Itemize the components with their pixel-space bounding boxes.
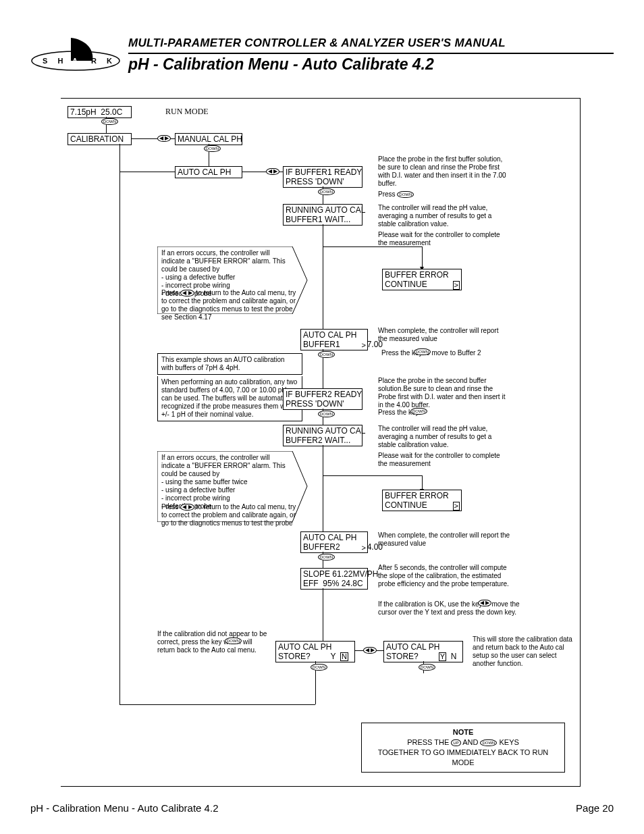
header-rule bbox=[128, 53, 614, 54]
text-complete1: When complete, the controller will repor… bbox=[378, 327, 510, 343]
text-read-avg2: The controller will read the pH value, a… bbox=[378, 425, 510, 449]
manual-title: MULTI-PARAMETER CONTROLLER & ANALYZER US… bbox=[128, 36, 614, 50]
down-key-icon: DOWN bbox=[419, 664, 435, 671]
screen-calibration: CALIBRATION bbox=[68, 133, 132, 145]
svg-text:R K: R K bbox=[91, 57, 116, 65]
page-footer: pH - Calibration Menu - Auto Calibrate 4… bbox=[30, 802, 614, 814]
left-right-key-icon: ◀ ▶ bbox=[266, 168, 279, 175]
note-any-two: When performing an auto calibration, any… bbox=[157, 376, 302, 421]
text-press: Press DOWN bbox=[378, 190, 510, 199]
flow-diagram: 7.15pH 25.0C RUN MODE DOWN CALIBRATION ◀… bbox=[61, 98, 581, 787]
screen-buffer-error1: BUFFER ERROR CONTINUE> bbox=[382, 269, 462, 290]
left-right-key-icon: ◀ ▶ bbox=[478, 600, 491, 606]
up-key-icon: UP bbox=[451, 739, 460, 746]
note-title: NOTE bbox=[369, 727, 558, 737]
text-wait2: Please wait for the controller to comple… bbox=[378, 452, 510, 468]
text-place-buffer1: Place the probe in the first buffer solu… bbox=[378, 155, 510, 188]
down-key-icon: DOWN bbox=[225, 637, 242, 644]
svg-text:S H: S H bbox=[43, 57, 67, 65]
text-press-2: Press the keyDOWN bbox=[378, 409, 510, 417]
footer-right: Page 20 bbox=[576, 802, 614, 814]
left-right-key-icon: ◀ ▶ bbox=[363, 647, 377, 654]
footer-left: pH - Calibration Menu - Auto Calibrate 4… bbox=[30, 802, 218, 814]
screen-store-right: AUTO CAL PH STORE? Y N bbox=[383, 641, 463, 662]
down-key-icon: DOWN bbox=[318, 351, 335, 358]
screen-buffer2-value: AUTO CAL PH BUFFER2 4.00> bbox=[300, 531, 368, 553]
text-not-correct: If the calibration did not appear to be … bbox=[157, 630, 269, 654]
note-example: This example shows an AUTO calibration w… bbox=[157, 353, 302, 375]
text-after5: After 5 seconds, the controller will com… bbox=[378, 564, 510, 588]
text-wait1: Please wait for the controller to comple… bbox=[378, 231, 510, 247]
screen-buffer-error2: BUFFER ERROR CONTINUE> bbox=[382, 490, 462, 511]
down-key-icon: DOWN bbox=[204, 145, 221, 152]
down-key-icon: DOWN bbox=[101, 118, 118, 125]
down-key-icon: DOWN bbox=[318, 554, 335, 561]
text-complete2: When complete, the controller will repor… bbox=[378, 531, 520, 548]
screen-slope: SLOPE 61.22MV/PH EFF 95% 24.8C bbox=[300, 568, 368, 590]
down-key-icon: DOWN bbox=[414, 348, 431, 355]
svg-text:A: A bbox=[72, 57, 78, 65]
text-error2: If an errors occurs, the controller will… bbox=[161, 454, 293, 511]
down-key-icon: DOWN bbox=[311, 664, 327, 671]
text-press-move-b2: Press the key to move to Buffer 2DOWN bbox=[381, 349, 530, 357]
note-box: NOTE PRESS THE UP AND DOWN KEYS TOGETHER… bbox=[361, 723, 565, 773]
shark-logo: S H A R K bbox=[30, 34, 122, 71]
text-store-note: This will store the calibration data and… bbox=[473, 635, 574, 668]
text-error2b: Press ◀ ▶ to return to the Auto cal menu… bbox=[161, 503, 300, 527]
page-header: S H A R K MULTI-PARAMETER CONTROLLER & A… bbox=[30, 34, 614, 74]
screen-run-mode: 7.15pH 25.0C bbox=[68, 106, 132, 118]
down-key-icon: DOWN bbox=[318, 188, 335, 195]
section-title: pH - Calibration Menu - Auto Calibrate 4… bbox=[128, 55, 614, 74]
text-read-avg: The controller will read the pH value, a… bbox=[378, 204, 510, 228]
text-place-buffer2: Place the probe in the second buffer sol… bbox=[378, 377, 510, 409]
left-right-key-icon: ◀ ▶ bbox=[157, 135, 171, 142]
screen-auto-cal: AUTO CAL PH bbox=[175, 166, 242, 178]
screen-running-buffer1: RUNNING AUTO CAL BUFFER1 WAIT... bbox=[283, 204, 363, 226]
label-run-mode: RUN MODE bbox=[165, 107, 209, 117]
text-cal-ok: If the calibration is OK, use the key to… bbox=[378, 600, 527, 617]
screen-running-buffer2: RUNNING AUTO CAL BUFFER2 WAIT... bbox=[283, 425, 363, 446]
down-key-icon: DOWN bbox=[410, 408, 427, 415]
left-right-key-icon: ◀ ▶ bbox=[180, 504, 194, 511]
screen-store-left: AUTO CAL PH STORE? Y N bbox=[275, 641, 355, 662]
down-key-icon: DOWN bbox=[480, 739, 497, 746]
screen-if-buffer1: IF BUFFER1 READY PRESS 'DOWN' bbox=[283, 166, 363, 188]
down-key-icon: DOWN bbox=[397, 191, 414, 198]
left-right-key-icon: ◀ ▶ bbox=[180, 290, 194, 296]
text-error1b: Press ◀ ▶ to return to the Auto cal menu… bbox=[161, 289, 300, 321]
screen-buffer1-value: AUTO CAL PH BUFFER1 7.00> bbox=[300, 329, 368, 350]
screen-if-buffer2: IF BUFFER2 READY PRESS 'DOWN' bbox=[283, 388, 363, 410]
down-key-icon: DOWN bbox=[318, 411, 335, 417]
